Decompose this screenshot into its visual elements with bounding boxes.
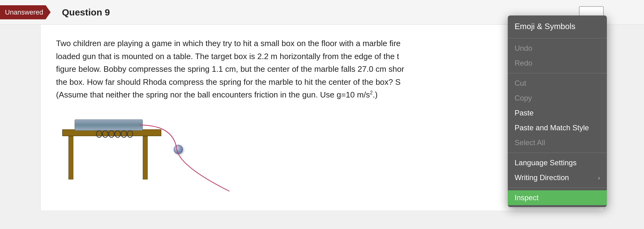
menu-section-edit: Cut Copy Paste Paste and Match Style Sel… — [508, 74, 607, 152]
coil-5 — [121, 130, 127, 138]
coil-1 — [96, 130, 102, 138]
menu-item-paste[interactable]: Paste — [508, 106, 607, 120]
menu-item-cut[interactable]: Cut — [508, 76, 607, 91]
writing-direction-chevron-icon: › — [598, 174, 600, 181]
menu-item-language-settings[interactable]: Language Settings — [508, 155, 607, 170]
spring-coils — [96, 130, 133, 138]
table-leg-left — [68, 136, 73, 179]
unanswered-badge: Unanswered — [0, 5, 51, 19]
menu-section-inspect: Inspect — [508, 188, 607, 207]
menu-section-undo-redo: Undo Redo — [508, 39, 607, 72]
menu-item-paste-match-style[interactable]: Paste and Match Style — [508, 120, 607, 135]
marble — [174, 145, 183, 154]
divider-3 — [508, 153, 607, 153]
context-menu: Emoji & Symbols Undo Redo Cut Copy Paste — [508, 15, 607, 207]
divider-2 — [508, 73, 607, 73]
coil-2 — [102, 130, 108, 138]
coil-6 — [127, 130, 133, 138]
badge-label: Unanswered — [5, 8, 43, 16]
menu-item-select-all[interactable]: Select All — [508, 135, 607, 150]
table-leg-right — [143, 136, 148, 179]
page-container: Unanswered Question 9 Two children are p… — [0, 0, 644, 229]
diagram-container — [56, 111, 242, 197]
menu-item-writing-direction[interactable]: Writing Direction › — [508, 170, 607, 185]
coil-4 — [115, 130, 121, 138]
gun-barrel — [75, 119, 143, 131]
menu-item-redo[interactable]: Redo — [508, 56, 607, 71]
question-title: Question 9 — [62, 7, 110, 18]
menu-section-language: Language Settings Writing Direction › — [508, 153, 607, 187]
menu-item-copy[interactable]: Copy — [508, 91, 607, 106]
menu-section-top: Emoji & Symbols — [508, 15, 607, 37]
menu-item-emoji-symbols[interactable]: Emoji & Symbols — [508, 17, 607, 36]
menu-item-inspect[interactable]: Inspect — [508, 190, 607, 205]
menu-item-undo[interactable]: Undo — [508, 41, 607, 56]
divider-4 — [508, 188, 607, 188]
divider-1 — [508, 38, 607, 38]
coil-3 — [108, 130, 115, 138]
